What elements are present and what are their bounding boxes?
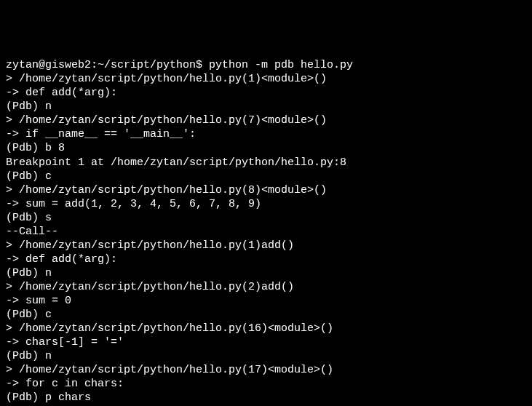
terminal-line: -> if __name__ == '__main__': bbox=[6, 127, 526, 141]
terminal-line: (Pdb) p chars bbox=[6, 391, 526, 405]
terminal-line: -> sum = 0 bbox=[6, 294, 526, 308]
terminal-line: -> for c in chars: bbox=[6, 377, 526, 391]
terminal-line: -> def add(*arg): bbox=[6, 86, 526, 100]
terminal-line: (Pdb) c bbox=[6, 170, 526, 183]
terminal-line: (Pdb) n bbox=[6, 266, 526, 280]
terminal-line: > /home/zytan/script/python/hello.py(8)<… bbox=[6, 183, 526, 197]
terminal-line: > /home/zytan/script/python/hello.py(1)<… bbox=[6, 72, 526, 86]
terminal-line: > /home/zytan/script/python/hello.py(1)a… bbox=[6, 239, 526, 252]
terminal-line: (Pdb) n bbox=[6, 349, 526, 363]
terminal-output[interactable]: zytan@gisweb2:~/script/python$ python -m… bbox=[6, 58, 526, 406]
terminal-line: > /home/zytan/script/python/hello.py(17)… bbox=[6, 363, 526, 377]
terminal-line: > /home/zytan/script/python/hello.py(16)… bbox=[6, 322, 526, 335]
terminal-line: (Pdb) s bbox=[6, 211, 526, 225]
terminal-line: (Pdb) n bbox=[6, 100, 526, 114]
terminal-line: (Pdb) c bbox=[6, 308, 526, 322]
terminal-line: (Pdb) b 8 bbox=[6, 141, 526, 155]
terminal-line: > /home/zytan/script/python/hello.py(2)a… bbox=[6, 280, 526, 294]
terminal-line: -> chars[-1] = '=' bbox=[6, 335, 526, 349]
terminal-line: --Call-- bbox=[6, 225, 526, 239]
terminal-line: Breakpoint 1 at /home/zytan/script/pytho… bbox=[6, 156, 526, 170]
terminal-line: > /home/zytan/script/python/hello.py(7)<… bbox=[6, 114, 526, 127]
terminal-line: -> def add(*arg): bbox=[6, 252, 526, 266]
terminal-line: -> sum = add(1, 2, 3, 4, 5, 6, 7, 8, 9) bbox=[6, 197, 526, 211]
terminal-line: zytan@gisweb2:~/script/python$ python -m… bbox=[6, 58, 526, 72]
